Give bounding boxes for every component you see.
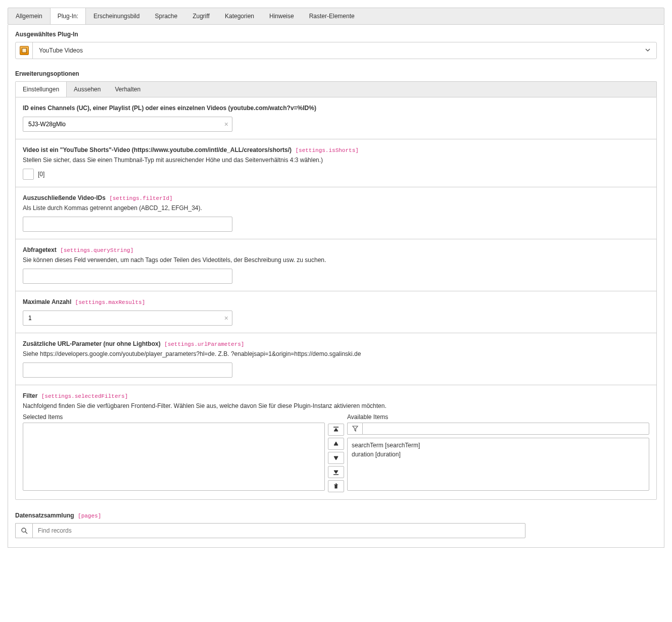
- close-icon[interactable]: ×: [224, 314, 228, 322]
- field-filterid-help: Als Liste durch Kommas getrennt angeben …: [23, 204, 649, 212]
- available-filter-input[interactable]: [362, 423, 649, 435]
- field-urlparams-key: [settings.urlParameters]: [164, 341, 244, 347]
- records-label: Datensatzsammlung: [15, 512, 74, 519]
- move-down-button[interactable]: [328, 452, 344, 464]
- tab-zugriff[interactable]: Zugriff: [185, 8, 217, 24]
- field-querystring: Abfragetext [settings.queryString] Sie k…: [16, 239, 656, 291]
- list-item[interactable]: duration [duration]: [352, 450, 645, 459]
- field-isshorts-key: [settings.isShorts]: [295, 147, 358, 153]
- plugin-name: YouTube Videos: [33, 47, 639, 54]
- subpanel-settings: ID eines Channels (UC), einer Playlist (…: [15, 97, 657, 500]
- subtabs: Einstellungen Aussehen Verhalten: [15, 81, 657, 97]
- checkbox-isshorts-label: [0]: [38, 171, 44, 178]
- selected-items-label: Selected Items: [23, 413, 325, 421]
- tab-plugin[interactable]: Plug-In:: [50, 8, 86, 24]
- input-id[interactable]: [23, 117, 232, 132]
- move-bottom-button[interactable]: [328, 466, 344, 478]
- subtab-verhalten[interactable]: Verhalten: [108, 82, 148, 97]
- field-urlparams-label: Zusätzliche URL-Parameter (nur ohne Ligh…: [23, 340, 161, 347]
- tab-raster[interactable]: Raster-Elemente: [302, 8, 362, 24]
- tab-allgemein[interactable]: Allgemein: [8, 8, 50, 24]
- extension-options-heading: Erweiterungsoptionen: [15, 70, 657, 77]
- records-search-input[interactable]: [32, 523, 525, 538]
- filter-icon: [347, 423, 362, 435]
- plugin-select[interactable]: YouTube Videos: [15, 42, 657, 59]
- field-urlparams-help: Siehe https://developers.google.com/yout…: [23, 350, 649, 357]
- input-urlparams[interactable]: [23, 362, 232, 378]
- field-filterid-label: Auszuschließende Video-IDs: [23, 194, 106, 201]
- tab-kategorien[interactable]: Kategorien: [217, 8, 262, 24]
- available-items-label: Available Items: [347, 413, 649, 421]
- subtab-einstellungen[interactable]: Einstellungen: [16, 82, 67, 97]
- field-isshorts: Video ist ein "YouTube Shorts"-Video (ht…: [16, 139, 656, 187]
- available-items-list[interactable]: searchTerm [searchTerm] duration [durati…: [347, 438, 649, 491]
- move-top-button[interactable]: [328, 424, 344, 436]
- field-selectedfilters: Filter [settings.selectedFilters] Nachfo…: [16, 385, 656, 499]
- svg-point-0: [22, 528, 26, 532]
- list-item[interactable]: searchTerm [searchTerm]: [352, 441, 645, 450]
- delete-button[interactable]: [328, 480, 344, 492]
- selected-plugin-heading: Ausgewähltes Plug-In: [15, 31, 657, 38]
- available-items-col: Available Items searchTerm [searchTerm] …: [347, 413, 649, 492]
- search-icon: [15, 523, 32, 538]
- tab-sprache[interactable]: Sprache: [147, 8, 185, 24]
- selected-items-list[interactable]: [23, 423, 325, 491]
- field-id-label: ID eines Channels (UC), einer Playlist (…: [23, 105, 649, 112]
- field-querystring-label: Abfragetext: [23, 246, 57, 253]
- chevron-down-icon: [639, 47, 656, 55]
- field-querystring-help: Sie können dieses Feld verwenden, um nac…: [23, 256, 649, 264]
- field-selectedfilters-label: Filter: [23, 392, 37, 399]
- subtab-aussehen[interactable]: Aussehen: [67, 82, 108, 97]
- tab-hinweise[interactable]: Hinweise: [262, 8, 302, 24]
- field-filterid: Auszuschließende Video-IDs [settings.fil…: [16, 187, 656, 239]
- field-isshorts-label: Video ist ein "YouTube Shorts"-Video (ht…: [23, 146, 292, 153]
- field-selectedfilters-help: Nachfolgend finden Sie die verfügbaren F…: [23, 402, 649, 409]
- field-id: ID eines Channels (UC), einer Playlist (…: [16, 97, 656, 139]
- subtabs-wrap: Einstellungen Aussehen Verhalten ID eine…: [15, 81, 657, 500]
- move-up-button[interactable]: [328, 438, 344, 450]
- tab-erscheinungsbild[interactable]: Erscheinungsbild: [86, 8, 147, 24]
- plugin-type-icon: [20, 46, 29, 55]
- input-maxresults[interactable]: [23, 310, 232, 326]
- records-block: Datensatzsammlung [pages]: [15, 512, 657, 538]
- field-maxresults-label: Maximale Anzahl: [23, 298, 71, 305]
- plugin-panel: Ausgewähltes Plug-In YouTube Videos Erwe…: [8, 25, 664, 548]
- move-buttons-col: [328, 424, 344, 492]
- records-key: [pages]: [78, 513, 101, 519]
- close-icon[interactable]: ×: [224, 120, 228, 128]
- plugin-icon-wrap: [16, 42, 33, 59]
- checkbox-isshorts[interactable]: [23, 169, 34, 180]
- input-querystring[interactable]: [23, 269, 232, 284]
- field-querystring-key: [settings.queryString]: [60, 247, 133, 253]
- field-selectedfilters-key: [settings.selectedFilters]: [41, 393, 128, 399]
- input-filterid[interactable]: [23, 217, 232, 232]
- field-isshorts-help: Stellen Sie sicher, dass Sie einen Thumb…: [23, 157, 649, 164]
- field-maxresults: Maximale Anzahl [settings.maxResults] ×: [16, 291, 656, 333]
- field-filterid-key: [settings.filterId]: [109, 195, 172, 201]
- field-maxresults-key: [settings.maxResults]: [75, 299, 146, 305]
- selected-items-col: Selected Items: [23, 413, 325, 492]
- field-urlparams: Zusätzliche URL-Parameter (nur ohne Ligh…: [16, 333, 656, 385]
- main-tabs: Allgemein Plug-In: Erscheinungsbild Spra…: [8, 8, 664, 25]
